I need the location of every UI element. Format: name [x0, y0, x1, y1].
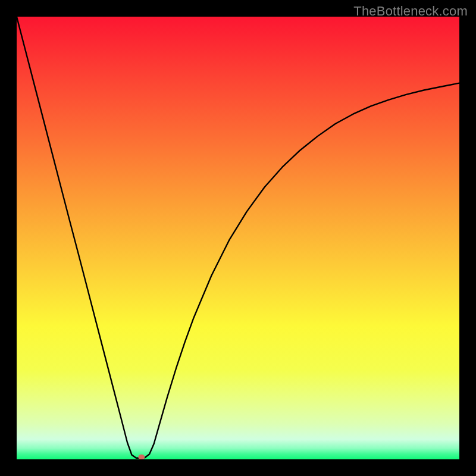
plot-area — [17, 17, 459, 459]
bottleneck-chart-svg — [17, 17, 459, 459]
chart-frame: TheBottleneck.com — [0, 0, 476, 476]
watermark-text: TheBottleneck.com — [353, 4, 468, 19]
gradient-background — [17, 17, 459, 459]
